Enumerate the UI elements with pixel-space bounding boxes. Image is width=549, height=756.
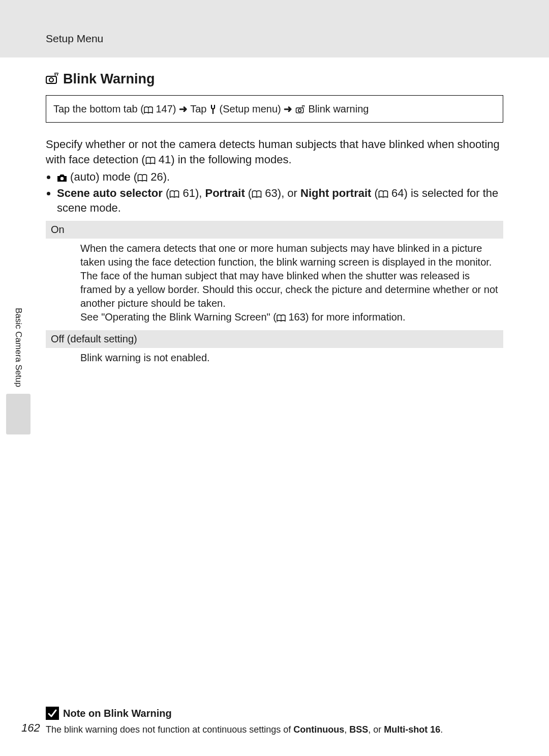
svg-point-3	[57, 74, 58, 76]
nav-text: Tap	[188, 103, 209, 114]
desc-text: When the camera detects that one or more…	[80, 243, 492, 268]
option-off-description: Blink warning is not enabled.	[46, 348, 503, 368]
intro-ref: 41	[159, 153, 171, 166]
note-body: The blink warning does not function at c…	[46, 723, 503, 736]
wrench-icon	[209, 105, 217, 114]
svg-point-2	[54, 74, 56, 76]
list-text: (auto) mode (	[67, 170, 137, 183]
desc-text: ) for more information.	[306, 311, 406, 323]
bold-mode: Scene auto selector	[57, 187, 163, 199]
note-bold: Multi-shot 16	[384, 724, 440, 735]
list-item: Scene auto selector ( 61), Portrait ( 63…	[57, 186, 503, 216]
list-ref: 63	[265, 187, 277, 199]
page-ref-icon	[252, 190, 262, 198]
nav-text: Tap the bottom tab (	[53, 103, 144, 114]
intro-paragraph: Specify whether or not the camera detect…	[46, 137, 503, 167]
nav-ref: 147	[156, 103, 172, 114]
option-on-description: When the camera detects that one or more…	[46, 239, 503, 327]
page-ref-icon	[277, 314, 286, 322]
header-band: Setup Menu	[0, 0, 549, 57]
side-tab-label: Basic Camera Setup	[13, 303, 24, 387]
bold-mode: Portrait	[205, 187, 245, 199]
section-title-text: Blink Warning	[63, 70, 155, 88]
svg-point-6	[298, 109, 301, 112]
option-on-header: On	[46, 221, 503, 239]
navigation-path-box: Tap the bottom tab ( 147) ➜ Tap (Setup m…	[46, 95, 503, 123]
mode-bullet-list: (auto) mode ( 26). Scene auto selector (…	[46, 169, 503, 216]
list-text: (	[371, 187, 378, 199]
list-text: ).	[163, 170, 170, 183]
nav-text: )	[173, 103, 179, 114]
check-icon	[46, 707, 59, 720]
bold-mode: Night portrait	[300, 187, 371, 199]
side-tab-marker	[6, 394, 30, 434]
svg-point-8	[303, 106, 304, 107]
svg-point-7	[302, 106, 303, 107]
page-ref-icon	[378, 190, 388, 198]
page-ref-icon	[169, 190, 179, 198]
nav-text: (Setup menu)	[217, 103, 284, 114]
page-ref-icon	[144, 106, 153, 114]
blink-warning-icon	[46, 73, 59, 85]
section-title: Blink Warning	[46, 70, 503, 88]
page-ref-icon	[137, 174, 147, 182]
note-bold: BSS	[349, 724, 368, 735]
note-text-span: The blink warning does not function at c…	[46, 724, 293, 735]
main-content: Blink Warning Tap the bottom tab ( 147) …	[0, 57, 549, 368]
list-item: (auto) mode ( 26).	[57, 169, 503, 185]
breadcrumb: Setup Menu	[46, 32, 103, 46]
note-text-span: ,	[344, 724, 349, 735]
option-off-header: Off (default setting)	[46, 330, 503, 348]
arrow-icon: ➜	[284, 103, 292, 114]
list-text: (	[163, 187, 169, 199]
page-ref-icon	[145, 157, 156, 165]
intro-text: ) in the following modes.	[171, 153, 291, 166]
note-title-text: Note on Blink Warning	[63, 707, 172, 720]
list-ref: 64	[391, 187, 404, 199]
footer-note: Note on Blink Warning The blink warning …	[46, 707, 503, 736]
list-text: ), or	[278, 187, 300, 199]
svg-point-1	[49, 78, 53, 82]
nav-text: Blink warning	[308, 103, 369, 114]
arrow-icon: ➜	[179, 103, 188, 114]
manual-page: Setup Menu Blink Warning Tap the bottom …	[0, 0, 549, 756]
note-bold: Continuous	[293, 724, 344, 735]
note-text-span: .	[440, 724, 443, 735]
list-ref: 61	[182, 187, 195, 199]
note-title-row: Note on Blink Warning	[46, 707, 503, 720]
list-text: (	[245, 187, 252, 199]
camera-icon	[57, 174, 67, 182]
svg-point-10	[60, 177, 64, 180]
list-ref: 26	[150, 170, 163, 183]
note-text-span: , or	[368, 724, 384, 735]
desc-text: The face of the human subject that may h…	[80, 270, 498, 309]
blink-warning-icon	[295, 105, 306, 114]
desc-text: See "Operating the Blink Warning Screen"…	[80, 311, 277, 323]
desc-ref: 163	[288, 311, 305, 323]
page-number: 162	[21, 720, 40, 736]
list-text: ),	[195, 187, 205, 199]
